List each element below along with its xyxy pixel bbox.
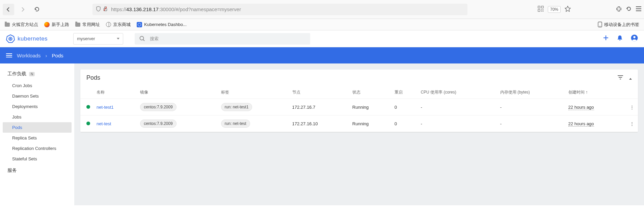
logo-text: kubernetes [18,35,48,42]
pod-name-link[interactable]: net-test [97,121,111,126]
search-icon [139,36,145,42]
svg-rect-3 [538,9,540,11]
svg-point-12 [600,26,600,27]
create-button[interactable] [603,35,609,43]
svg-rect-1 [538,6,540,8]
created-cell: 22 hours ago [568,105,594,110]
mobile-bookmarks[interactable]: 移动设备上的书签 [598,22,639,28]
status-running-icon [86,105,90,109]
sidebar-header-workloads[interactable]: 工作负载 N [0,68,74,80]
node-cell: 172.27.16.7 [290,99,350,115]
collapse-icon[interactable] [629,75,632,81]
url-bar[interactable]: https://43.136.218.17:30000/#/pod?namesp… [92,4,467,15]
breadcrumb-workloads[interactable]: Workloads [17,53,41,58]
bookmark-getting-started[interactable]: 新手上路 [44,22,69,28]
col-restarts[interactable]: 重启 [392,86,418,99]
sidebar-item-statefulsets[interactable]: Stateful Sets [0,154,74,164]
created-cell: 22 hours ago [568,121,594,127]
row-actions-button[interactable]: ⋮ [626,99,638,115]
pods-card: Pods 名称 镜像 标签 节点 状态 重启 CPU 使用率 (cores) [80,70,638,132]
kubernetes-icon [137,22,142,27]
col-name[interactable]: 名称 [94,86,137,99]
row-actions-button[interactable]: ⋮ [626,115,638,132]
hamburger-menu[interactable] [6,53,12,57]
status-cell: Running [350,99,392,115]
cpu-cell: - [418,115,497,132]
svg-point-21 [140,36,144,40]
filter-icon[interactable] [618,75,623,81]
namespace-badge: N [29,72,35,76]
nav-forward-button[interactable] [17,4,28,15]
col-status-text[interactable]: 状态 [350,86,392,99]
undo-icon[interactable] [626,6,632,13]
zoom-level[interactable]: 70% [548,6,561,13]
search-box[interactable]: 搜索 [135,33,310,45]
svg-rect-5 [543,9,543,10]
folder-icon [5,23,10,27]
restarts-cell: 0 [392,99,418,115]
col-memory[interactable]: 内存使用 (bytes) [498,86,566,99]
image-chip: centos:7.9.2009 [140,120,176,128]
sidebar-item-jobs[interactable]: Jobs [0,112,74,122]
qr-icon[interactable] [538,6,544,13]
col-image[interactable]: 镜像 [137,86,218,99]
sidebar-item-replicasets[interactable]: Replica Sets [0,133,74,143]
sidebar-header-services[interactable]: 服务 [0,164,74,177]
main-content: 工作负载 N Cron Jobs Daemon Sets Deployments… [0,63,644,205]
kubernetes-logo[interactable]: kubernetes [6,34,48,43]
node-cell: 172.27.16.10 [290,115,350,132]
svg-rect-4 [541,9,542,10]
mem-cell: - [498,115,566,132]
sidebar-item-replicationcontrollers[interactable]: Replication Controllers [0,143,74,154]
sort-arrow-icon: ↑ [586,89,588,95]
pods-table: 名称 镜像 标签 节点 状态 重启 CPU 使用率 (cores) 内存使用 (… [80,86,638,132]
sidebar-item-cronjobs[interactable]: Cron Jobs [0,80,74,91]
globe-icon [106,22,111,27]
shield-icon [96,6,101,12]
notifications-icon[interactable] [617,35,623,43]
col-labels[interactable]: 标签 [218,86,290,99]
sidebar-item-deployments[interactable]: Deployments [0,101,74,112]
table-header-row: 名称 镜像 标签 节点 状态 重启 CPU 使用率 (cores) 内存使用 (… [80,86,638,99]
bookmark-k8s-dashboard[interactable]: Kubernetes Dashbo... [137,22,187,27]
pod-name-link[interactable]: net-test1 [97,105,114,110]
bookmark-jd[interactable]: 京东商城 [106,22,131,28]
mobile-icon [598,22,602,27]
sidebar-item-pods[interactable]: Pods [3,122,72,133]
image-chip: centos:7.9.2009 [140,103,176,111]
bookmark-common-urls[interactable]: 常用网址 [75,22,100,28]
svg-rect-6 [541,11,542,11]
search-placeholder: 搜索 [150,36,159,42]
lock-icon [103,6,108,12]
cpu-cell: - [418,99,497,115]
url-protocol: https:// [111,6,126,12]
browser-toolbar: https://43.136.218.17:30000/#/pod?namesp… [0,0,644,19]
col-status [80,86,94,99]
table-row: net-test centos:7.9.2009 run: net-test 1… [80,115,638,132]
nav-reload-button[interactable] [31,4,43,15]
sidebar-item-daemonsets[interactable]: Daemon Sets [0,91,74,101]
user-account-icon[interactable] [631,34,638,43]
sidebar: 工作负载 N Cron Jobs Daemon Sets Deployments… [0,63,74,205]
bookmarks-bar: 火狐官方站点 新手上路 常用网址 京东商城 Kubernetes Dashbo.… [0,19,644,30]
namespace-select[interactable]: myserver [73,33,123,45]
extension-icon[interactable] [616,6,622,13]
breadcrumb-bar: Workloads › Pods [0,47,644,63]
bookmark-star-icon[interactable] [565,6,571,13]
nav-back-button[interactable] [3,4,14,15]
col-cpu[interactable]: CPU 使用率 (cores) [418,86,497,99]
card-title: Pods [86,74,612,81]
col-created[interactable]: 创建时间 ↑ [566,86,626,99]
menu-icon[interactable] [636,6,641,12]
bookmark-firefox-official[interactable]: 火狐官方站点 [5,22,38,28]
table-row: net-test1 centos:7.9.2009 run: net-test1… [80,99,638,115]
app-header: kubernetes myserver 搜索 [0,30,644,47]
col-node[interactable]: 节点 [290,86,350,99]
chevron-down-icon [117,38,119,40]
status-cell: Running [350,115,392,132]
label-chip: run: net-test1 [221,103,252,111]
kubernetes-heptagon-icon [6,34,15,43]
status-running-icon [86,122,90,125]
label-chip: run: net-test [221,120,250,128]
folder-icon [75,23,80,27]
